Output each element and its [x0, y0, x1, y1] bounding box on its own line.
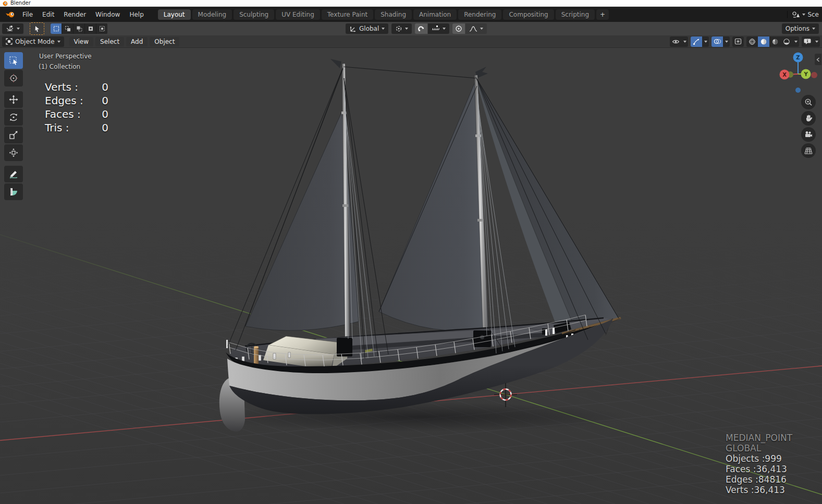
editor-3d-viewport-icon	[6, 25, 14, 32]
tool-transform[interactable]	[4, 144, 23, 161]
proportional-falloff-dropdown[interactable]	[465, 23, 487, 34]
select-subtract-icon	[76, 26, 82, 32]
select-mode-group	[51, 23, 107, 34]
chevron-down-icon	[57, 41, 60, 43]
xray-toggle-icon	[734, 38, 742, 45]
zoom-button[interactable]	[801, 95, 816, 109]
select-box-icon	[9, 56, 18, 65]
snap-target-dropdown[interactable]	[428, 23, 449, 34]
tool-rotate[interactable]	[4, 109, 23, 126]
tab-rendering[interactable]: Rendering	[458, 9, 501, 20]
stat-tris: Tris : 0	[45, 121, 108, 134]
chevron-down-icon	[443, 28, 446, 30]
chevron-down-icon	[704, 41, 707, 43]
proportional-editing-toggle[interactable]	[452, 23, 465, 34]
tab-shading[interactable]: Shading	[375, 9, 412, 20]
scene-selector[interactable]: Sce	[787, 11, 819, 18]
pivot-point-dropdown[interactable]	[391, 23, 412, 34]
sidebar-toggle[interactable]	[815, 54, 821, 65]
chevron-down-icon	[405, 28, 408, 30]
select-mode-set[interactable]	[51, 23, 62, 34]
menu-window[interactable]: Window	[91, 9, 125, 20]
shading-dropdown[interactable]	[792, 36, 799, 47]
move-tool-icon	[9, 95, 18, 104]
tab-uv-editing[interactable]: UV Editing	[276, 9, 320, 20]
select-mode-invert[interactable]	[85, 23, 96, 34]
object-visibility-dropdown[interactable]	[670, 36, 688, 47]
shading-mode-group	[746, 36, 799, 47]
pivot-point-icon	[395, 25, 402, 32]
options-button[interactable]: Options	[782, 23, 819, 34]
chevron-down-icon	[725, 41, 728, 43]
tab-layout[interactable]: Layout	[158, 9, 191, 20]
tab-compositing[interactable]: Compositing	[503, 9, 554, 20]
visibility-eye-icon	[672, 39, 680, 45]
scene-3d[interactable]	[0, 48, 822, 504]
tool-cursor[interactable]	[4, 70, 23, 87]
active-tool-indicator[interactable]	[30, 22, 44, 35]
collection-label: (1) Collection	[39, 63, 80, 70]
pivot-label: MEDIAN_POINT	[726, 433, 792, 443]
falloff-curve-icon	[469, 26, 477, 32]
magnet-icon	[418, 25, 425, 32]
tool-select-box[interactable]	[4, 52, 23, 69]
tool-settings-bar: Global	[0, 22, 822, 35]
stat-edges: Edges : 0	[45, 94, 108, 107]
select-mode-intersect[interactable]	[96, 23, 107, 34]
stat-faces: Faces : 0	[45, 107, 108, 121]
blender-window: Blender File Edit Render Window Help Lay…	[0, 0, 822, 504]
menu-file[interactable]: File	[18, 9, 38, 20]
gizmos-dropdown[interactable]	[691, 36, 709, 47]
snap-toggle[interactable]	[415, 23, 427, 34]
mesh-stats-overlay: Verts : 0 Edges : 0 Faces : 0 Tris : 0	[45, 80, 108, 134]
menu-render[interactable]: Render	[59, 9, 91, 20]
verts-count: Verts :36,413	[726, 485, 792, 495]
tool-measure[interactable]	[4, 183, 23, 200]
tab-animation[interactable]: Animation	[413, 9, 457, 20]
menu-select[interactable]: Select	[95, 37, 124, 46]
select-mode-subtract[interactable]	[73, 23, 84, 34]
viewport-header: Object Mode View Select Add Object	[0, 35, 822, 48]
shading-material-button[interactable]	[769, 36, 781, 47]
camera-view-icon	[804, 131, 813, 138]
tab-sculpting[interactable]: Sculpting	[234, 9, 274, 20]
shading-solid-button[interactable]	[758, 36, 769, 47]
ortho-grid-icon	[804, 147, 813, 155]
tool-scale[interactable]	[4, 127, 23, 143]
xray-toggle[interactable]	[732, 36, 744, 47]
tab-scripting[interactable]: Scripting	[556, 9, 595, 20]
overlays-dropdown[interactable]	[711, 36, 730, 47]
transform-settings-cluster: Global	[346, 23, 487, 34]
pan-hand-icon	[805, 114, 813, 122]
overlays-icon	[714, 38, 721, 45]
pan-button[interactable]	[801, 111, 816, 126]
tool-move[interactable]	[4, 91, 23, 108]
menu-object[interactable]: Object	[150, 37, 179, 46]
tool-annotate[interactable]	[4, 166, 23, 182]
axis-x-neg-handle[interactable]	[811, 72, 817, 78]
measure-ruler-icon	[9, 187, 18, 196]
blender-logo-icon[interactable]	[5, 11, 16, 18]
tab-texture-paint[interactable]: Texture Paint	[322, 9, 373, 20]
camera-view-button[interactable]	[801, 127, 816, 142]
menu-help[interactable]: Help	[125, 9, 148, 20]
menu-view[interactable]: View	[69, 37, 93, 46]
menu-edit[interactable]: Edit	[38, 9, 59, 20]
add-workspace-button[interactable]: +	[596, 9, 609, 20]
menu-add[interactable]: Add	[126, 37, 148, 46]
shading-wireframe-button[interactable]	[746, 36, 758, 47]
axis-y-label: Y	[803, 71, 808, 77]
select-mode-extend[interactable]	[62, 23, 73, 34]
viewport-info-dropdown[interactable]	[802, 36, 820, 47]
tab-modeling[interactable]: Modeling	[192, 9, 232, 20]
os-title-bar[interactable]: Blender	[0, 0, 822, 7]
editor-type-button[interactable]	[2, 23, 23, 34]
transform-tool-icon	[9, 148, 18, 157]
transform-orientation-dropdown[interactable]: Global	[346, 23, 388, 34]
ortho-toggle-button[interactable]	[801, 143, 816, 158]
shading-rendered-button[interactable]	[781, 36, 792, 47]
mode-dropdown[interactable]: Object Mode	[2, 36, 64, 47]
viewport-canvas[interactable]: User Perspective (1) Collection Verts : …	[0, 48, 822, 504]
viewport-nav-buttons	[801, 95, 816, 158]
axis-z-neg-handle[interactable]	[795, 88, 801, 93]
